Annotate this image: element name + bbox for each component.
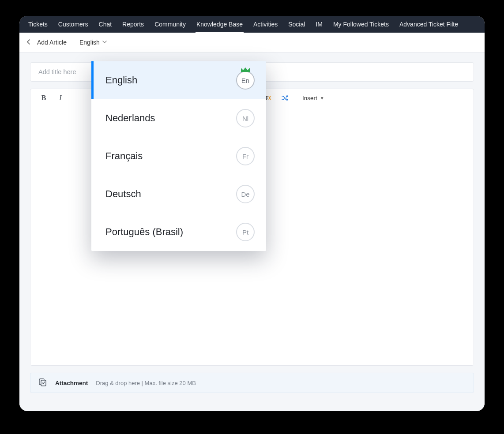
attachment-icon — [38, 378, 47, 388]
top-nav: Tickets Customers Chat Reports Community… — [19, 16, 485, 33]
sub-header: Add Article English — [19, 33, 485, 52]
language-code: Fr — [236, 147, 255, 165]
nav-item-activities[interactable]: Activities — [248, 16, 283, 33]
language-badge: Pt — [236, 223, 255, 241]
attachment-bar[interactable]: Attachment Drag & drop here | Max. file … — [30, 373, 474, 393]
language-option-nederlands[interactable]: Nederlands Nl — [91, 99, 266, 137]
crown-icon — [240, 67, 251, 73]
nav-item-im[interactable]: IM — [310, 16, 328, 33]
italic-button[interactable]: I — [56, 94, 65, 102]
nav-item-customers[interactable]: Customers — [53, 16, 94, 33]
shuffle-button[interactable] — [280, 94, 289, 102]
language-option-english[interactable]: English En — [91, 61, 266, 99]
language-badge: Nl — [236, 109, 255, 127]
language-option-deutsch[interactable]: Deutsch De — [91, 175, 266, 213]
language-code: Nl — [236, 109, 255, 127]
nav-item-reports[interactable]: Reports — [117, 16, 149, 33]
app-window: Tickets Customers Chat Reports Community… — [19, 16, 485, 411]
caret-down-icon: ▼ — [320, 96, 324, 101]
insert-button[interactable]: Insert ▼ — [302, 95, 324, 101]
language-code: En — [236, 71, 255, 90]
language-code: De — [236, 185, 255, 203]
language-name: Nederlands — [105, 112, 155, 124]
breadcrumb: Add Article — [37, 39, 67, 46]
chevron-down-icon — [102, 40, 107, 45]
nav-item-advanced-ticket-filter[interactable]: Advanced Ticket Filte — [394, 16, 463, 33]
insert-label: Insert — [302, 95, 317, 101]
language-code: Pt — [236, 223, 255, 241]
language-selector[interactable]: English — [79, 39, 107, 46]
language-name: English — [105, 75, 137, 86]
back-icon[interactable] — [26, 39, 31, 46]
bold-button[interactable]: B — [39, 94, 48, 102]
attachment-label: Attachment — [55, 380, 88, 386]
language-name: Deutsch — [105, 188, 141, 200]
divider — [73, 38, 73, 47]
language-badge: Fr — [236, 147, 255, 165]
language-badge: En — [236, 71, 255, 90]
language-name: Português (Brasil) — [105, 226, 183, 238]
nav-item-chat[interactable]: Chat — [94, 16, 117, 33]
language-option-francais[interactable]: Français Fr — [91, 137, 266, 175]
language-label: English — [79, 39, 100, 46]
nav-item-community[interactable]: Community — [149, 16, 191, 33]
nav-item-followed-tickets[interactable]: My Followed Tickets — [328, 16, 394, 33]
attachment-hint: Drag & drop here | Max. file size 20 MB — [96, 380, 196, 386]
language-option-portugues[interactable]: Português (Brasil) Pt — [91, 213, 266, 251]
nav-item-social[interactable]: Social — [283, 16, 310, 33]
language-badge: De — [236, 185, 255, 203]
language-name: Français — [105, 150, 143, 162]
nav-item-tickets[interactable]: Tickets — [23, 16, 53, 33]
nav-item-knowledge-base[interactable]: Knowledge Base — [191, 16, 248, 33]
language-dropdown: English En Nederlands Nl Français Fr Deu… — [91, 61, 266, 251]
